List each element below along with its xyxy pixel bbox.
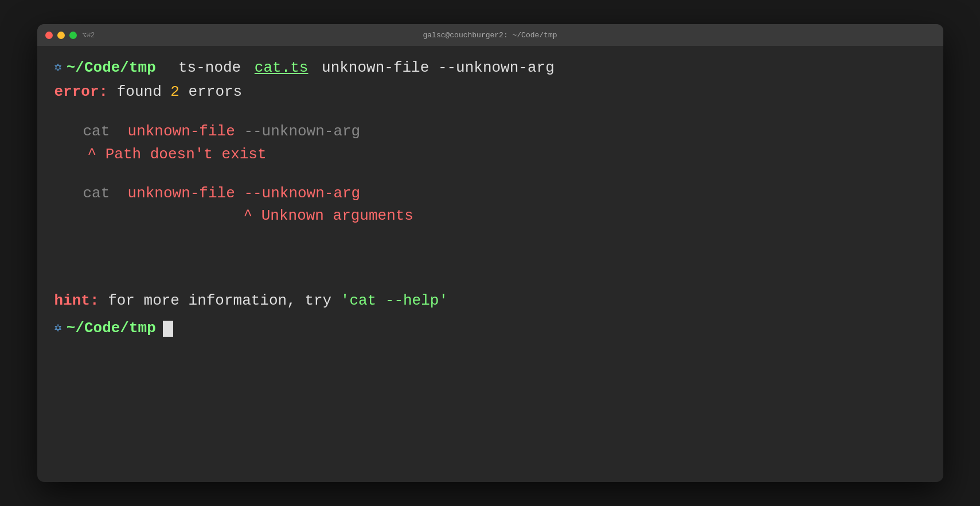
error-count: 2 [170,83,179,100]
spacer-2 [54,244,926,262]
error-cmd-2: cat unknown-file --unknown-arg [83,183,926,205]
error-cmd-arg1-2: unknown-file [119,185,235,202]
error-block-1: cat unknown-file --unknown-arg ^ Path do… [83,121,926,165]
star-icon-2: ✡ [54,320,62,338]
error-pointer-1: ^ Path doesn't exist [83,144,926,166]
prompt-dir-1: ~/Code/tmp [67,57,156,79]
spacer-3 [54,262,926,279]
error-block-2: cat unknown-file --unknown-arg ^ Unknown… [83,183,926,227]
title-bar: ⌥⌘2 galsc@couchburger2: ~/Code/tmp [37,24,943,46]
prompt-dir-2: ~/Code/tmp [67,318,156,340]
error-header: error: found 2 errors [54,81,926,103]
hint-line: hint: for more information, try 'cat --h… [54,290,926,312]
hint-label: hint: [54,292,99,309]
hint-cmd: 'cat --help' [341,292,448,309]
error-label: error: [54,83,108,100]
close-button[interactable] [45,32,53,39]
shortcut-label: ⌥⌘2 [83,31,95,40]
spacer-1 [54,104,926,121]
command-args: unknown-file --unknown-arg [313,57,554,79]
minimize-button[interactable] [57,32,65,39]
error-pointer-2: ^ Unknown arguments [83,205,926,227]
command-file: cat.ts [255,57,309,79]
terminal-cursor [163,321,173,337]
terminal-body[interactable]: ✡ ~/Code/tmp ts-node cat.ts unknown-file… [37,46,943,482]
command-ts-node: ts-node [161,57,250,79]
star-icon: ✡ [54,59,62,77]
prompt-line-2: ✡ ~/Code/tmp [54,318,926,340]
hint-text: for more information, try [108,292,341,309]
prompt-line-1: ✡ ~/Code/tmp ts-node cat.ts unknown-file… [54,57,926,79]
error-cmd-1: cat unknown-file --unknown-arg [83,121,926,143]
maximize-button[interactable] [69,32,77,39]
error-text-after: errors [189,83,243,100]
traffic-lights [45,32,77,39]
error-cmd-arg2-2: --unknown-arg [244,185,360,202]
window-title: galsc@couchburger2: ~/Code/tmp [423,31,557,40]
terminal-window: ⌥⌘2 galsc@couchburger2: ~/Code/tmp ✡ ~/C… [37,24,943,482]
error-text-before: found [117,83,171,100]
error-cmd-arg1-1: unknown-file [119,123,235,140]
